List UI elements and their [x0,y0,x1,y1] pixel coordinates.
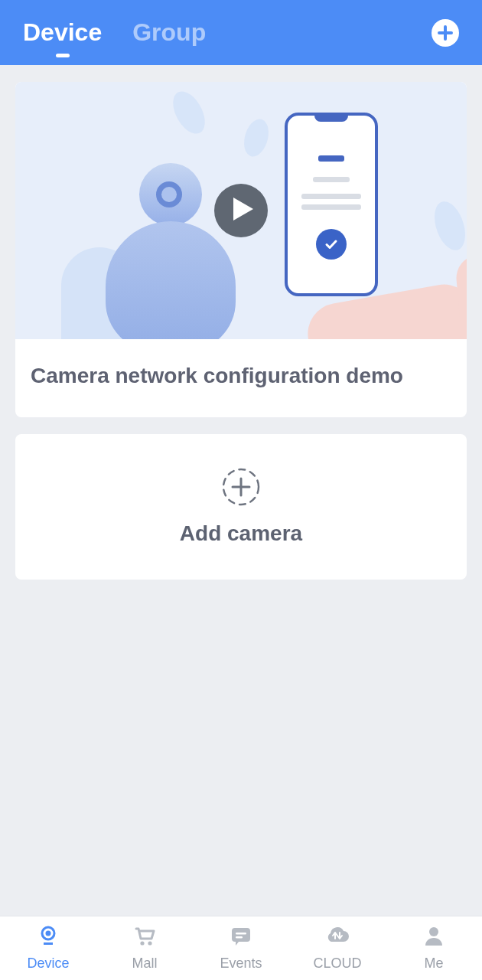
leaf-decoration [168,87,210,139]
tab-device[interactable]: Device [23,0,102,65]
svg-rect-6 [236,933,246,935]
demo-hero [15,82,467,339]
svg-point-8 [429,927,438,936]
nav-label: Me [424,956,443,972]
svg-point-4 [148,941,151,945]
header: Device Group [0,0,482,65]
nav-device[interactable]: Device [0,925,96,972]
svg-rect-5 [232,928,250,942]
demo-title: Camera network configuration demo [15,339,467,417]
nav-label: CLOUD [313,956,361,972]
bottom-nav: Device Mall Events [0,916,482,980]
nav-mall[interactable]: Mall [96,925,193,972]
person-icon [422,925,445,951]
header-tabs: Device Group [23,0,206,65]
chat-icon [230,925,252,951]
play-icon [230,198,253,224]
tab-group[interactable]: Group [132,0,206,65]
plus-icon [437,24,454,41]
content: Camera network configuration demo Add ca… [0,65,482,916]
check-icon [316,229,347,260]
play-button[interactable] [214,184,268,237]
add-dashed-plus-icon [222,468,260,506]
demo-card[interactable]: Camera network configuration demo [15,82,467,417]
cart-icon [133,925,156,951]
add-camera-label: Add camera [180,521,302,546]
app-root: Device Group [0,0,482,980]
tab-label: Group [132,18,206,47]
camera-icon [37,925,60,951]
svg-rect-7 [236,936,243,939]
svg-point-3 [140,941,144,945]
leaf-decoration [239,116,273,159]
tab-label: Device [23,18,102,47]
nav-me[interactable]: Me [386,925,482,972]
nav-label: Events [220,956,262,972]
nav-cloud[interactable]: CLOUD [289,925,386,972]
nav-events[interactable]: Events [193,925,289,972]
add-camera-card[interactable]: Add camera [15,434,467,580]
add-button[interactable] [432,19,459,47]
nav-label: Mall [132,956,157,972]
cloud-icon [325,925,350,951]
svg-point-2 [46,931,51,936]
camera-illustration [106,163,236,339]
nav-label: Device [27,956,69,972]
phone-illustration [285,113,378,296]
